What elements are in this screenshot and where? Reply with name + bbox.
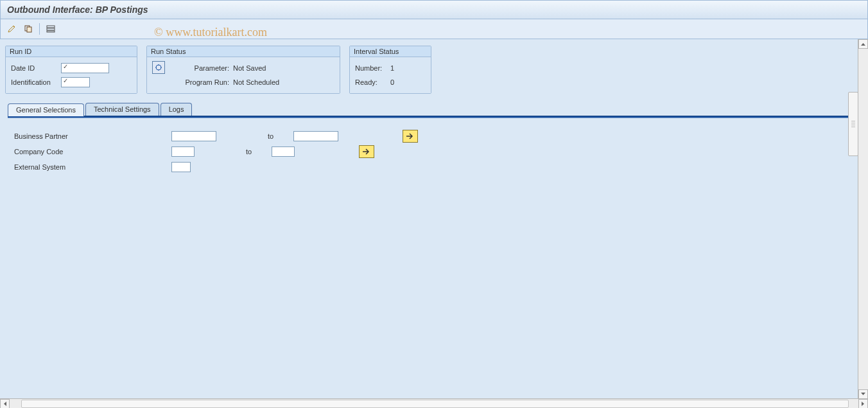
svg-point-5 xyxy=(156,65,161,70)
scroll-down-button[interactable] xyxy=(858,389,868,399)
interval-number-value: 1 xyxy=(390,64,394,72)
arrow-right-icon xyxy=(406,133,415,139)
interval-ready-value: 0 xyxy=(390,78,394,86)
interval-number-label: Number: xyxy=(355,64,390,72)
group-run-id: Run ID Date ID Identification xyxy=(5,46,137,94)
company-code-multiselect-button[interactable] xyxy=(359,145,374,158)
chevron-down-icon xyxy=(861,393,865,396)
company-code-from-input[interactable] xyxy=(171,146,195,157)
tool-button-copy[interactable] xyxy=(22,23,34,35)
main-scroll-area: Run ID Date ID Identification Run Status xyxy=(0,39,858,399)
business-partner-from-input[interactable] xyxy=(171,131,216,141)
vertical-scroll-track[interactable] xyxy=(858,49,868,389)
scroll-up-button[interactable] xyxy=(858,39,868,49)
date-id-input[interactable] xyxy=(61,63,109,73)
svg-rect-4 xyxy=(47,31,55,32)
row-parameter: Parameter: Not Saved xyxy=(170,61,334,75)
content-wrapper: Run ID Date ID Identification Run Status xyxy=(0,39,868,408)
business-partner-to-label: to xyxy=(268,132,293,140)
tab-general-selections[interactable]: General Selections xyxy=(8,103,84,116)
date-id-label: Date ID xyxy=(11,64,61,72)
tab-container: General Selections Technical Settings Lo… xyxy=(0,98,858,185)
horizontal-scroll-track[interactable] xyxy=(10,399,858,408)
company-code-to-label: to xyxy=(246,148,272,155)
toolbar-separator xyxy=(39,23,40,35)
group-run-status: Run Status Parameter: Not Saved Program … xyxy=(146,46,340,94)
row-date-id: Date ID xyxy=(11,61,132,75)
layout-icon xyxy=(46,24,55,33)
vertical-scrollbar[interactable] xyxy=(858,39,868,399)
horizontal-scroll-thumb[interactable] xyxy=(21,400,849,408)
chevron-left-icon xyxy=(3,402,6,406)
svg-rect-3 xyxy=(47,28,55,30)
arrow-right-icon xyxy=(362,148,371,155)
tab-strip: General Selections Technical Settings Lo… xyxy=(8,100,853,116)
row-identification: Identification xyxy=(11,75,132,89)
row-company-code: Company Code to xyxy=(14,144,847,159)
window-title-bar: Outbound Interface: BP Postings xyxy=(0,0,868,19)
horizontal-scrollbar[interactable] xyxy=(0,398,868,408)
external-system-label: External System xyxy=(14,163,171,171)
svg-rect-1 xyxy=(27,27,31,32)
status-settings-icon xyxy=(155,64,162,71)
business-partner-label: Business Partner xyxy=(14,132,171,140)
row-program-run: Program Run: Not Scheduled xyxy=(170,75,334,89)
tool-button-layout[interactable] xyxy=(45,23,56,35)
parameter-value: Not Saved xyxy=(233,64,291,72)
group-run-status-body: Parameter: Not Saved Program Run: Not Sc… xyxy=(147,57,340,93)
group-run-status-title: Run Status xyxy=(147,46,340,57)
external-system-input[interactable] xyxy=(171,162,191,172)
group-interval-status-title: Interval Status xyxy=(350,46,431,57)
scroll-right-button[interactable] xyxy=(858,399,868,408)
scroll-left-button[interactable] xyxy=(0,399,10,408)
chevron-right-icon xyxy=(862,402,865,406)
chevron-up-icon xyxy=(861,42,865,46)
group-run-id-title: Run ID xyxy=(6,46,137,57)
application-toolbar xyxy=(0,19,868,39)
status-icon-box xyxy=(152,61,165,74)
page-title: Outbound Interface: BP Postings xyxy=(7,4,148,15)
company-code-to-input[interactable] xyxy=(272,146,295,157)
company-code-label: Company Code xyxy=(14,148,171,155)
group-interval-status-body: Number: 1 Ready: 0 xyxy=(350,57,431,93)
row-external-system: External System xyxy=(14,159,847,175)
tab-logs[interactable]: Logs xyxy=(161,103,193,116)
tool-button-pencil[interactable] xyxy=(6,23,17,35)
header-groups-row: Run ID Date ID Identification Run Status xyxy=(0,39,858,98)
group-run-id-body: Date ID Identification xyxy=(6,57,137,93)
copy-icon xyxy=(24,24,33,33)
identification-label: Identification xyxy=(11,78,61,86)
tab-technical-settings[interactable]: Technical Settings xyxy=(85,103,159,116)
row-interval-number: Number: 1 xyxy=(355,61,426,75)
row-business-partner: Business Partner to xyxy=(14,129,847,144)
program-run-label: Program Run: xyxy=(170,78,229,86)
identification-input[interactable] xyxy=(61,77,90,87)
program-run-value: Not Scheduled xyxy=(233,78,291,86)
parameter-label: Parameter: xyxy=(170,64,229,72)
interval-ready-label: Ready: xyxy=(355,78,390,86)
row-interval-ready: Ready: 0 xyxy=(355,75,426,89)
group-interval-status: Interval Status Number: 1 Ready: 0 xyxy=(349,46,431,94)
pencil-icon xyxy=(7,24,16,33)
svg-rect-2 xyxy=(47,26,55,28)
business-partner-to-input[interactable] xyxy=(293,131,338,141)
tab-pane-general: Business Partner to Company Code to xyxy=(8,118,853,185)
business-partner-multiselect-button[interactable] xyxy=(403,130,418,143)
